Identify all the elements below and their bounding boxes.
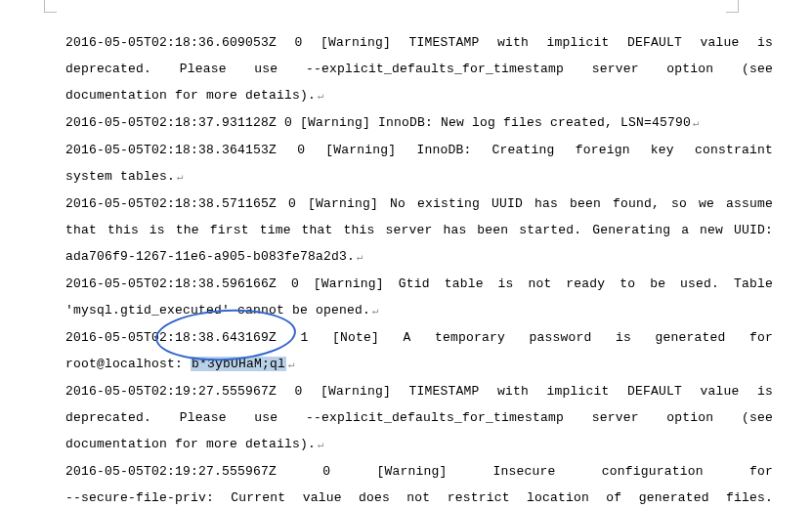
- log-line: ada706f9-1267-11e6-a905-b083fe78a2d3.↵: [65, 243, 773, 271]
- log-line: that this is the first time that this se…: [65, 217, 773, 243]
- log-line: 2016-05-05T02:18:38.596166Z 0 [Warning] …: [65, 271, 773, 297]
- log-content: 2016-05-05T02:18:36.609053Z 0 [Warning] …: [0, 0, 812, 508]
- log-text: 2016-05-05T02:18:38.643169Z 1 [Note] A t…: [65, 330, 773, 345]
- log-line: 2016-05-05T02:18:37.931128Z 0 [Warning] …: [65, 109, 773, 137]
- log-text: 2016-05-05T02:19:27.555967Z 0 [Warning] …: [65, 384, 773, 399]
- log-text: root@localhost:: [65, 357, 183, 371]
- log-text: system tables.: [65, 169, 175, 184]
- log-text: documentation for more details).: [65, 437, 316, 451]
- log-line: --secure-file-priv: Current value does n…: [65, 485, 773, 508]
- corner-mark-left: [44, 0, 57, 13]
- log-text: --secure-file-priv: Current value does n…: [65, 490, 773, 505]
- log-text: ada706f9-1267-11e6-a905-b083fe78a2d3.: [65, 249, 355, 264]
- log-line: 2016-05-05T02:18:36.609053Z 0 [Warning] …: [65, 29, 773, 56]
- return-icon: ↵: [175, 171, 184, 183]
- log-line: documentation for more details).↵: [65, 431, 773, 458]
- log-text: 2016-05-05T02:18:38.571165Z 0 [Warning] …: [65, 196, 773, 211]
- return-icon: ↵: [355, 251, 363, 263]
- log-line: 2016-05-05T02:19:27.555967Z 0 [Warning] …: [65, 378, 773, 404]
- return-icon: ↵: [316, 90, 324, 102]
- log-line: 2016-05-05T02:19:27.555967Z 0 [Warning] …: [65, 458, 773, 485]
- return-icon: ↵: [286, 359, 295, 370]
- corner-mark-right: [726, 0, 739, 13]
- temporary-password: b*3ybUHaM;ql: [191, 357, 286, 371]
- log-text: 2016-05-05T02:18:38.596166Z 0 [Warning] …: [65, 276, 773, 291]
- log-text: 2016-05-05T02:19:27.555967Z 0 [Warning] …: [65, 464, 773, 479]
- log-line: deprecated. Please use --explicit_defaul…: [65, 56, 773, 82]
- return-icon: ↵: [691, 117, 700, 129]
- log-line: 'mysql.gtid_executed' cannot be opened.↵: [65, 297, 773, 324]
- return-icon: ↵: [370, 305, 379, 317]
- log-line: documentation for more details).↵: [65, 82, 773, 109]
- log-text: that this is the first time that this se…: [65, 223, 773, 237]
- log-text: deprecated. Please use --explicit_defaul…: [65, 62, 773, 76]
- log-text: 'mysql.gtid_executed' cannot be opened.: [65, 303, 370, 318]
- log-line: system tables.↵: [65, 163, 773, 190]
- log-line: 2016-05-05T02:18:38.364153Z 0 [Warning] …: [65, 137, 773, 163]
- log-text: deprecated. Please use --explicit_defaul…: [65, 410, 773, 425]
- log-text: 2016-05-05T02:18:38.364153Z 0 [Warning] …: [65, 143, 773, 157]
- log-text: 2016-05-05T02:18:36.609053Z 0 [Warning] …: [65, 35, 773, 50]
- log-line: 2016-05-05T02:18:38.643169Z 1 [Note] A t…: [65, 324, 773, 351]
- log-text: 2016-05-05T02:18:37.931128Z 0 [Warning] …: [65, 115, 691, 130]
- page-corner-marks: [0, 0, 812, 18]
- log-line: deprecated. Please use --explicit_defaul…: [65, 404, 773, 431]
- return-icon: ↵: [316, 439, 324, 450]
- log-line: 2016-05-05T02:18:38.571165Z 0 [Warning] …: [65, 190, 773, 217]
- log-line: root@localhost: b*3ybUHaM;ql↵: [65, 351, 773, 378]
- log-text: documentation for more details).: [65, 88, 316, 103]
